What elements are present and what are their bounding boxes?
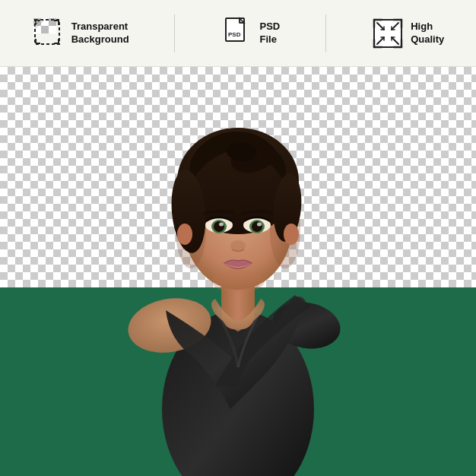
high-quality-icon	[371, 17, 405, 50]
header-bar: Transparent Background PSD PSD File	[0, 0, 476, 67]
svg-point-29	[219, 223, 224, 227]
svg-text:PSD: PSD	[228, 31, 241, 38]
svg-rect-5	[49, 26, 56, 33]
svg-point-33	[257, 223, 262, 227]
divider-2	[325, 14, 326, 52]
divider-1	[174, 14, 175, 52]
svg-point-35	[211, 270, 265, 293]
transparent-bg-icon	[32, 17, 65, 50]
svg-rect-4	[41, 26, 49, 33]
psd-file-label: PSD File	[260, 21, 281, 46]
main-image-area	[0, 67, 476, 476]
high-quality-item: High Quality	[371, 17, 444, 50]
transparent-bg-item: Transparent Background	[32, 17, 129, 50]
svg-point-24	[177, 224, 192, 245]
person-figure	[109, 90, 367, 476]
person-svg	[109, 90, 367, 476]
psd-file-item: PSD PSD File	[221, 17, 281, 50]
svg-point-25	[284, 224, 299, 245]
psd-file-icon: PSD	[221, 17, 254, 50]
transparent-bg-label: Transparent Background	[71, 21, 129, 46]
high-quality-label: High Quality	[411, 21, 444, 46]
